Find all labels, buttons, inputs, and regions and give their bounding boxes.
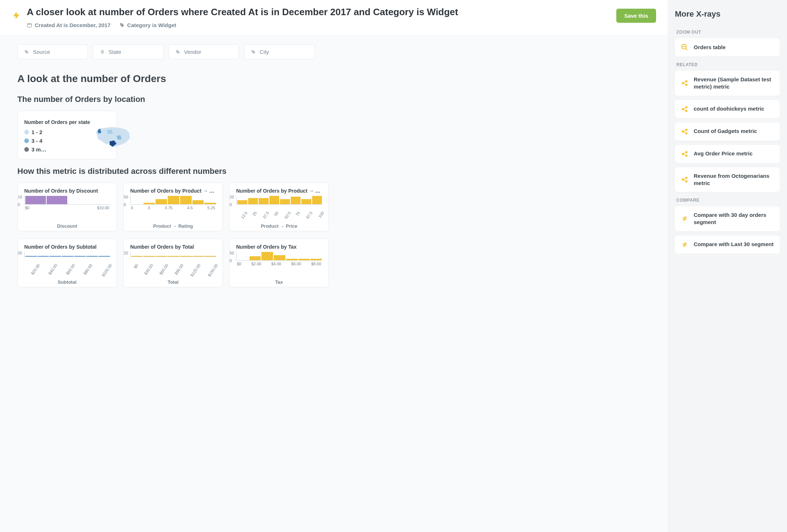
compare-icon bbox=[681, 215, 689, 223]
section-heading-distribution: How this metric is distributed across di… bbox=[17, 167, 656, 176]
legend-dot-icon bbox=[24, 147, 29, 152]
section-heading-main: A look at the number of Orders bbox=[17, 73, 656, 85]
sidebar-section-compare: Compare bbox=[676, 198, 778, 203]
xray-revenue-metric[interactable]: Revenue (Sample Dataset test metric) met… bbox=[675, 71, 780, 96]
tag-icon bbox=[175, 50, 180, 55]
xray-avg-price-metric[interactable]: Avg Order Price metric bbox=[675, 145, 780, 163]
share-icon bbox=[681, 105, 689, 113]
share-icon bbox=[681, 128, 689, 136]
lightning-icon bbox=[12, 10, 21, 21]
card-subtotal[interactable]: Number of Orders by Subtotal 20 $20.00$4… bbox=[17, 239, 117, 287]
card-tax[interactable]: Number of Orders by Tax 500 $0$2.00$4.00… bbox=[229, 239, 329, 287]
card-discount[interactable]: Number of Orders by Discount 100 $0$10.0… bbox=[17, 183, 117, 231]
page-title: A closer look at number of Orders where … bbox=[27, 6, 611, 18]
tag-icon bbox=[251, 50, 256, 55]
svg-rect-0 bbox=[27, 23, 31, 27]
svg-point-2 bbox=[102, 51, 103, 52]
xray-octogenarians-metric[interactable]: Revenue from Octogenarians metric bbox=[675, 167, 780, 192]
card-orders-per-state[interactable]: Number of Orders per state 1 - 2 3 - 4 3… bbox=[17, 111, 117, 159]
bar-chart bbox=[130, 196, 216, 205]
compare-icon bbox=[681, 241, 689, 249]
sidebar: More X-rays Zoom out Orders table Relate… bbox=[668, 0, 787, 532]
filter-created-at[interactable]: Created At is December, 2017 bbox=[27, 22, 111, 28]
tag-icon bbox=[119, 22, 125, 28]
share-icon bbox=[681, 79, 689, 87]
sidebar-section-related: Related bbox=[676, 62, 778, 67]
calendar-icon bbox=[27, 22, 32, 28]
pin-icon bbox=[100, 50, 105, 55]
legend-dot-icon bbox=[24, 130, 29, 134]
filter-bar: Source State Vendor City bbox=[17, 44, 656, 59]
share-icon bbox=[681, 176, 689, 184]
card-rating[interactable]: Number of Orders by Product → … 500 033.… bbox=[123, 183, 223, 231]
filter-city[interactable]: City bbox=[244, 44, 315, 59]
bar-chart bbox=[236, 196, 322, 205]
filter-category[interactable]: Category is Widget bbox=[119, 22, 176, 28]
us-map-icon bbox=[94, 124, 132, 149]
xray-compare-last-30[interactable]: Compare with Last 30 segment bbox=[675, 236, 780, 254]
sidebar-title: More X-rays bbox=[675, 9, 780, 19]
filter-state[interactable]: State bbox=[93, 44, 163, 59]
svg-point-1 bbox=[121, 24, 122, 25]
legend-dot-icon bbox=[24, 138, 29, 143]
page-header: A closer look at number of Orders where … bbox=[0, 0, 668, 36]
filter-vendor[interactable]: Vendor bbox=[169, 44, 239, 59]
bar-chart bbox=[236, 252, 322, 261]
bar-chart bbox=[24, 196, 110, 205]
section-heading-location: The number of Orders by location bbox=[17, 95, 656, 104]
bar-chart bbox=[24, 252, 110, 257]
save-button[interactable]: Save this bbox=[616, 9, 656, 23]
filter-source[interactable]: Source bbox=[17, 44, 88, 59]
zoom-out-icon bbox=[681, 43, 689, 51]
xray-compare-30-day[interactable]: Compare with 30 day orders segment bbox=[675, 206, 780, 231]
tag-icon bbox=[24, 50, 29, 55]
xray-orders-table[interactable]: Orders table bbox=[675, 38, 780, 56]
sidebar-section-zoom-out: Zoom out bbox=[676, 30, 778, 35]
card-price[interactable]: Number of Orders by Product → … 200 12.5… bbox=[229, 183, 329, 231]
xray-doohickeys-metric[interactable]: count of doohickeys metric bbox=[675, 100, 780, 118]
xray-gadgets-metric[interactable]: Count of Gadgets metric bbox=[675, 123, 780, 141]
card-total[interactable]: Number of Orders by Total 20 $0$30.00$60… bbox=[123, 239, 223, 287]
share-icon bbox=[681, 150, 689, 158]
bar-chart bbox=[130, 252, 216, 257]
